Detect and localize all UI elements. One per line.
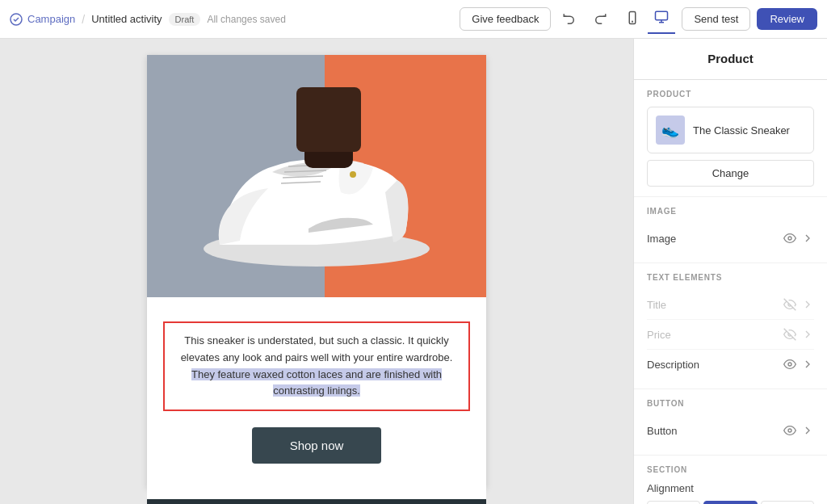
svg-point-19 <box>788 363 791 366</box>
title-row: Title <box>647 290 814 320</box>
right-panel: Product PRODUCT 👟 The Classic Sneaker Ch… <box>633 39 827 504</box>
device-toggle <box>619 5 675 34</box>
saved-status: All changes saved <box>207 14 285 25</box>
image-row: Image <box>647 224 814 253</box>
review-button[interactable]: Review <box>757 8 817 30</box>
chevron-right-icon-desc[interactable] <box>801 358 814 371</box>
campaign-icon <box>10 13 23 26</box>
section-label: SECTION <box>647 465 814 474</box>
svg-point-13 <box>350 171 356 178</box>
email-hero <box>147 55 486 297</box>
product-card: 👟 The Classic Sneaker <box>647 107 814 153</box>
change-product-button[interactable]: Change <box>647 160 814 187</box>
email-canvas: This sneaker is understated, but such a … <box>0 39 633 504</box>
description-row: Description <box>647 350 814 379</box>
topbar: Campaign / Untitled activity Draft All c… <box>0 0 827 39</box>
align-center-button[interactable] <box>703 501 757 504</box>
section-section: SECTION Alignment <box>634 456 827 504</box>
chevron-right-icon-button[interactable] <box>801 424 814 437</box>
product-section: PRODUCT 👟 The Classic Sneaker Change <box>634 80 827 197</box>
redo-button[interactable] <box>588 7 612 32</box>
align-right-button[interactable] <box>761 501 814 504</box>
email-footer: Pastel 525 Avenue Viger Ouest Suite 300 … <box>147 499 486 504</box>
alignment-label: Alignment <box>647 482 814 494</box>
align-left-button[interactable] <box>647 501 700 504</box>
eye-off-icon[interactable] <box>783 298 796 311</box>
svg-point-20 <box>788 429 791 432</box>
svg-rect-3 <box>656 11 668 20</box>
hero-background <box>147 55 486 297</box>
price-row: Price <box>647 320 814 350</box>
image-row-label: Image <box>647 233 676 245</box>
product-name: The Classic Sneaker <box>693 124 790 136</box>
title-row-label: Title <box>647 299 666 311</box>
mobile-view-button[interactable] <box>619 6 646 33</box>
feedback-button[interactable]: Give feedback <box>460 7 551 31</box>
undo-button[interactable] <box>557 7 581 32</box>
description-text: This sneaker is understated, but such a … <box>181 334 453 363</box>
email-body: This sneaker is understated, but such a … <box>147 297 486 499</box>
alignment-buttons <box>647 501 814 504</box>
eye-icon[interactable] <box>783 232 796 245</box>
text-elements-label: TEXT ELEMENTS <box>647 273 814 282</box>
button-section-label: BUTTON <box>647 399 814 408</box>
svg-rect-15 <box>296 87 361 152</box>
button-section: BUTTON Button <box>634 389 827 456</box>
desktop-view-button[interactable] <box>648 5 675 34</box>
send-test-button[interactable]: Send test <box>682 7 750 31</box>
text-elements-section: TEXT ELEMENTS Title Price <box>634 263 827 389</box>
eye-off-icon-price[interactable] <box>783 328 796 341</box>
svg-point-16 <box>788 237 791 240</box>
activity-title: Untitled activity <box>91 13 162 25</box>
panel-header: Product <box>634 39 827 80</box>
price-row-label: Price <box>647 329 671 341</box>
email-preview: This sneaker is understated, but such a … <box>147 55 486 488</box>
eye-icon-button[interactable] <box>783 424 796 437</box>
description-row-label: Description <box>647 359 699 371</box>
product-section-label: PRODUCT <box>647 90 814 99</box>
description-highlight: They feature waxed cotton laces and are … <box>191 368 442 397</box>
button-row: Button <box>647 416 814 445</box>
description-block: This sneaker is understated, but such a … <box>163 321 470 411</box>
eye-icon-description[interactable] <box>783 358 796 371</box>
shop-now-button[interactable]: Shop now <box>252 427 381 464</box>
main-layout: This sneaker is understated, but such a … <box>0 39 827 504</box>
chevron-right-icon-title[interactable] <box>801 298 814 311</box>
chevron-right-icon[interactable] <box>801 232 814 245</box>
chevron-right-icon-price[interactable] <box>801 328 814 341</box>
image-section-label: IMAGE <box>647 207 814 216</box>
campaign-link[interactable]: Campaign <box>10 13 75 26</box>
button-row-label: Button <box>647 425 678 437</box>
panel-title: Product <box>707 52 754 65</box>
image-section: IMAGE Image <box>634 197 827 263</box>
product-thumbnail: 👟 <box>656 116 685 145</box>
draft-badge: Draft <box>169 13 201 26</box>
